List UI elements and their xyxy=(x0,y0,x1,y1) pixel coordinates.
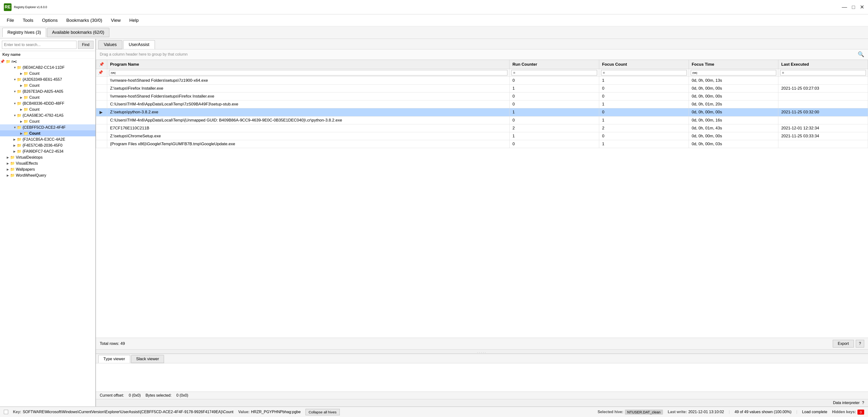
bottom-panel: Type viewerSlack viewer Current offset: … xyxy=(96,354,868,407)
tree-node-15[interactable]: ▶📁VirtualDesktops xyxy=(0,154,95,160)
col-header-run-counter[interactable]: Run Counter xyxy=(509,60,599,69)
tree-node-0[interactable]: ▼📁{9E04CAB2-CC14-11DF xyxy=(0,64,95,70)
cell-0-2: 1 xyxy=(599,77,689,85)
tree-node-14[interactable]: ▶📁{FA99DFC7-6AC2-4534 xyxy=(0,148,95,154)
load-status: Load complete xyxy=(802,410,827,414)
cell-7-2: 0 xyxy=(599,132,689,140)
hive-tab-1[interactable]: Available bookmarks (62/0) xyxy=(47,28,109,37)
filter-cell-2[interactable] xyxy=(599,69,689,77)
hive-tab-0[interactable]: Registry hives (3) xyxy=(2,28,46,37)
help-button[interactable]: ? xyxy=(856,340,864,348)
key-item: Key: SOFTWARE\Microsoft\Windows\CurrentV… xyxy=(13,410,234,414)
table-body: \\vmware-host\Shared Folders\setups\7z19… xyxy=(96,77,868,148)
tree-node-4[interactable]: ▼📁{B267E3AD-A825-4A05 xyxy=(0,89,95,94)
tree-node-3[interactable]: ▶📁Count xyxy=(0,83,95,89)
table-row[interactable]: ▶Z:\setups\python-3.8.2.exe100d, 0h, 00m… xyxy=(96,108,868,117)
col-header-program-name[interactable]: Program Name xyxy=(107,60,509,69)
tree-node-12[interactable]: ▶📁{F2A1CB5A-E3CC-4A2E xyxy=(0,136,95,142)
bottom-tab-type-viewer[interactable]: Type viewer xyxy=(98,355,130,363)
cell-5-1: 0 xyxy=(509,117,599,124)
hidden-keys-item: Hidden keys: 0 xyxy=(832,410,864,415)
col-header-focus-time[interactable]: Focus Time xyxy=(689,60,778,69)
tree-node-8[interactable]: ▼📁{CAA59E3C-4792-41A5 xyxy=(0,113,95,118)
filter-input-4[interactable] xyxy=(780,70,866,75)
right-tab-values[interactable]: Values xyxy=(98,40,122,49)
menu-item-tools[interactable]: Tools xyxy=(19,16,38,25)
table-row[interactable]: \\vmware-host\Shared Folders\setups\7z19… xyxy=(96,77,868,85)
tree-node-18[interactable]: ▶📁WordWheelQuery xyxy=(0,172,95,178)
dirty-checkbox-item xyxy=(4,410,8,414)
cell-1-3: 0d, 0h, 00m, 00s xyxy=(689,85,778,93)
tree-container[interactable]: 📌📁n▪c▼📁{9E04CAB2-CC14-11DF▶📁Count▼📁{A3D5… xyxy=(0,59,95,407)
data-interpreter-help[interactable]: ? xyxy=(862,401,864,405)
search-input[interactable] xyxy=(2,41,76,49)
cell-8-1: 0 xyxy=(509,140,599,148)
table-row[interactable]: Z:\setups\Firefox Installer.exe100d, 0h,… xyxy=(96,85,868,93)
tree-root[interactable]: 📌📁n▪c xyxy=(0,59,95,64)
export-button[interactable]: Export xyxy=(833,340,854,348)
menu-item-bookmarks--30-0-[interactable]: Bookmarks (30/0) xyxy=(62,16,106,25)
collapse-all-button[interactable]: Collapse all hives xyxy=(306,409,340,415)
filter-input-0[interactable] xyxy=(109,70,507,75)
row-arrow-icon: ▶ xyxy=(99,110,103,115)
table-row[interactable]: C:\Users\THM-4n6\AppData\Local\Temp\{Unm… xyxy=(96,117,868,124)
maximize-button[interactable]: □ xyxy=(852,4,855,10)
tree-node-5[interactable]: ▶📁Count xyxy=(0,94,95,100)
filter-cell-0[interactable] xyxy=(107,69,509,77)
filter-input-2[interactable] xyxy=(601,70,687,75)
tree-node-1[interactable]: ▶📁Count xyxy=(0,70,95,76)
filter-input-1[interactable] xyxy=(512,70,597,75)
find-button[interactable]: Find xyxy=(78,41,94,49)
cell-6-3: 0d, 0h, 01m, 43s xyxy=(689,124,778,132)
menu-item-file[interactable]: File xyxy=(2,16,19,25)
close-button[interactable]: ✕ xyxy=(860,4,864,10)
filter-input-3[interactable] xyxy=(691,70,776,75)
right-tab-userassist[interactable]: UserAssist xyxy=(123,40,155,49)
total-rows-bar: Total rows: 49 Export ? xyxy=(96,338,868,349)
filter-cell-1[interactable] xyxy=(509,69,599,77)
col-header-last-executed[interactable]: Last Executed xyxy=(778,60,868,69)
filter-cell-4[interactable] xyxy=(778,69,868,77)
lastwrite-item: Last write: 2021-12-01 13:10:02 xyxy=(668,410,724,414)
table-row[interactable]: \\vmware-host\Shared Folders\setups\Fire… xyxy=(96,93,868,100)
bottom-tabs: Type viewerSlack viewer xyxy=(96,354,868,363)
tree-node-17[interactable]: ▶📁Wallpapers xyxy=(0,166,95,172)
splitter[interactable]: ..... xyxy=(96,349,868,354)
tree-arrow: ▶ xyxy=(20,120,24,123)
table-row[interactable]: E7CF176E110C211B220d, 0h, 01m, 43s2021-1… xyxy=(96,124,868,132)
table-row[interactable]: {Program Files x86}\Google\Temp\GUMFB7B.… xyxy=(96,140,868,148)
tree-arrow: ▶ xyxy=(13,150,17,153)
tree-arrow: ▶ xyxy=(13,144,17,147)
menu-item-view[interactable]: View xyxy=(106,16,125,25)
tree-arrow: ▶ xyxy=(13,138,17,141)
tree-node-16[interactable]: ▶📁VisualEffects xyxy=(0,160,95,166)
data-interpreter-label[interactable]: Data interpreter xyxy=(833,401,860,405)
cell-1-1: 1 xyxy=(509,85,599,93)
hive-value: NTUSER.DAT_clean xyxy=(625,410,663,415)
dirty-checkbox[interactable] xyxy=(4,410,8,414)
tree-node-11[interactable]: ▶📁Count xyxy=(0,130,95,136)
search-icon[interactable]: 🔍 xyxy=(858,51,864,58)
row-pin-2 xyxy=(96,93,107,100)
value-value: HRZR_PGYPHNPbhag:pgbe xyxy=(251,410,301,414)
tree-node-13[interactable]: ▶📁{F4E57C4B-2036-45F0 xyxy=(0,142,95,148)
menu-item-options[interactable]: Options xyxy=(38,16,62,25)
table-row[interactable]: Z:\setups\ChromeSetup.exe100d, 0h, 00m, … xyxy=(96,132,868,140)
tree-node-2[interactable]: ▼📁{A3D53349-6E61-4557 xyxy=(0,76,95,83)
col-header-focus-count[interactable]: Focus Count xyxy=(599,60,689,69)
filter-cell-3[interactable] xyxy=(689,69,778,77)
row-pin-8 xyxy=(96,140,107,148)
tree-node-7[interactable]: ▶📁Count xyxy=(0,106,95,113)
cell-7-3: 0d, 0h, 00m, 00s xyxy=(689,132,778,140)
menu-item-help[interactable]: Help xyxy=(125,16,143,25)
table-row[interactable]: C:\Users\THM-4n6\AppData\Local\Temp\7zS0… xyxy=(96,100,868,108)
table-wrapper[interactable]: 📌Program NameRun CounterFocus CountFocus… xyxy=(96,60,868,338)
minimize-button[interactable]: — xyxy=(842,4,847,10)
tree-node-9[interactable]: ▶📁Count xyxy=(0,118,95,124)
bottom-content xyxy=(96,363,868,392)
tree-node-10[interactable]: ▼📁{CEBFF5CD-ACE2-4F4F xyxy=(0,124,95,130)
cell-5-3: 0d, 0h, 00m, 16s xyxy=(689,117,778,124)
data-interp-bar: Data interpreter ? xyxy=(96,399,868,407)
bottom-tab-slack-viewer[interactable]: Slack viewer xyxy=(131,355,164,363)
tree-node-6[interactable]: ▼📁{BCB48336-4DDD-48FF xyxy=(0,100,95,106)
